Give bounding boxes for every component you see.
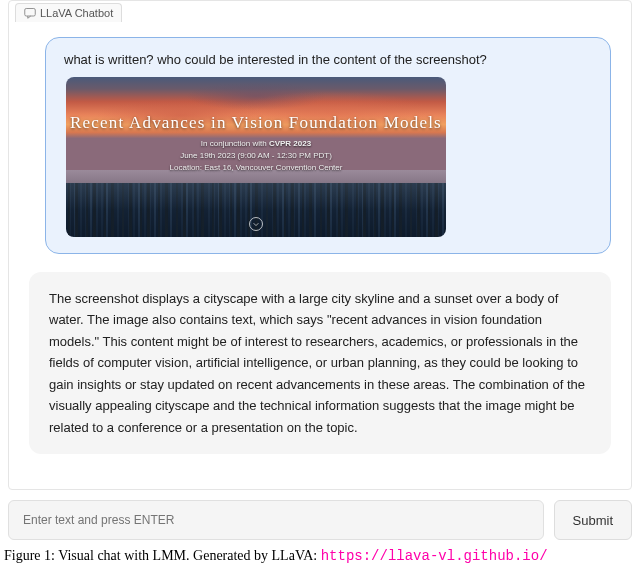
assistant-message: The screenshot displays a cityscape with… xyxy=(29,272,611,454)
submit-button[interactable]: Submit xyxy=(554,500,632,540)
uploaded-image[interactable]: Recent Advances in Vision Foundation Mod… xyxy=(66,77,446,237)
caption-link[interactable]: https://llava-vl.github.io/ xyxy=(321,548,548,564)
tab-llava-chatbot[interactable]: LLaVA Chatbot xyxy=(15,3,122,22)
chat-panel: LLaVA Chatbot what is written? who could… xyxy=(8,0,632,490)
input-row: Submit xyxy=(8,500,632,540)
chat-icon xyxy=(24,7,36,19)
svg-rect-0 xyxy=(25,9,36,17)
tab-label: LLaVA Chatbot xyxy=(40,7,113,19)
figure-frame: LLaVA Chatbot what is written? who could… xyxy=(0,0,640,580)
banner-subtitle-1: In conjunction with CVPR 2023 xyxy=(66,139,446,148)
caption-text: Figure 1: Visual chat with LMM. Generate… xyxy=(4,548,321,563)
assistant-response-text: The screenshot displays a cityscape with… xyxy=(49,288,591,438)
user-message: what is written? who could be interested… xyxy=(45,37,611,254)
user-prompt-text: what is written? who could be interested… xyxy=(64,52,592,67)
chat-input[interactable] xyxy=(8,500,544,540)
banner-subtitle-2: June 19th 2023 (9:00 AM - 12:30 PM PDT) xyxy=(66,151,446,160)
banner-subtitle-3: Location: East 16, Vancouver Convention … xyxy=(66,163,446,172)
figure-caption: Figure 1: Visual chat with LMM. Generate… xyxy=(4,548,640,564)
banner-title: Recent Advances in Vision Foundation Mod… xyxy=(66,113,446,133)
chevron-down-icon xyxy=(249,217,263,231)
